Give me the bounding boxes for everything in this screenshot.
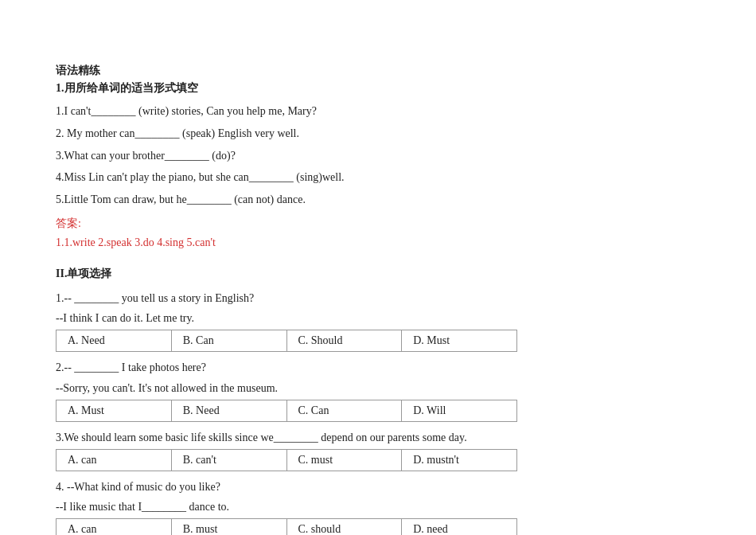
q1-text: 1.I can't________ (write) stories, Can y… — [56, 102, 700, 121]
q3-opt-d: D. mustn't — [402, 449, 517, 471]
q2-opt-c: C. Can — [286, 400, 402, 421]
q2-line1: 2.-- ________ I take photos here? — [56, 358, 700, 377]
q4-text: 4.Miss Lin can't play the piano, but she… — [56, 168, 700, 187]
answer-label: 答案: — [56, 217, 81, 229]
q4-opt-b: B. must — [171, 519, 286, 535]
q5-text: 5.Little Tom can draw, but he________ (c… — [56, 190, 700, 209]
q4-opt-d: D. need — [402, 519, 517, 535]
q4-line1: 4. --What kind of music do you like? — [56, 478, 700, 497]
q3-opt-b: B. can't — [171, 449, 286, 471]
q1-opt-c: C. Should — [286, 330, 402, 352]
q2-opt-d: D. Will — [402, 400, 517, 421]
q2-opt-a: A. Must — [57, 400, 172, 421]
q1-line2: --I think I can do it. Let me try. — [56, 309, 700, 328]
q4-opt-a: A. can — [57, 519, 172, 535]
q3-options-table: A. can B. can't C. must D. mustn't — [56, 449, 517, 471]
part1-title: 1.用所给单词的适当形式填空 — [56, 81, 700, 96]
q4-line2: --I like music that I________ dance to. — [56, 498, 700, 517]
question-3: 3.We should learn some basic life skills… — [56, 428, 700, 471]
question-2: 2.-- ________ I take photos here? --Sorr… — [56, 358, 700, 422]
part2-title: II.单项选择 — [56, 267, 700, 281]
q1-opt-a: A. Need — [57, 330, 172, 352]
answer-block: 答案: 1.1.write 2.speak 3.do 4.sing 5.can'… — [56, 214, 700, 252]
q2-text: 2. My mother can________ (speak) English… — [56, 124, 700, 143]
q2-opt-b: B. Need — [171, 400, 286, 421]
part2-block: II.单项选择 1.-- ________ you tell us a stor… — [56, 267, 700, 535]
q1-opt-d: D. Must — [402, 330, 517, 352]
q1-options-table: A. Need B. Can C. Should D. Must — [56, 330, 517, 352]
q4-options-table: A. can B. must C. should D. need — [56, 518, 517, 535]
grammar-section: 语法精练 1.用所给单词的适当形式填空 1.I can't________ (w… — [56, 64, 700, 535]
answer-content: 1.1.write 2.speak 3.do 4.sing 5.can't — [56, 236, 216, 248]
q3-text: 3.What can your brother________ (do)? — [56, 146, 700, 166]
q3-opt-c: C. must — [286, 449, 402, 471]
question-1: 1.-- ________ you tell us a story in Eng… — [56, 289, 700, 353]
part1-block: 1.用所给单词的适当形式填空 1.I can't________ (write)… — [56, 81, 700, 252]
q3-line1: 3.We should learn some basic life skills… — [56, 428, 700, 447]
q4-opt-c: C. should — [286, 519, 402, 535]
q2-line2: --Sorry, you can't. It's not allowed in … — [56, 379, 700, 398]
q2-options-table: A. Must B. Need C. Can D. Will — [56, 400, 517, 422]
q1-line1: 1.-- ________ you tell us a story in Eng… — [56, 289, 700, 308]
grammar-title: 语法精练 — [56, 64, 700, 78]
q1-opt-b: B. Can — [171, 330, 286, 352]
question-4: 4. --What kind of music do you like? --I… — [56, 478, 700, 535]
q3-opt-a: A. can — [57, 449, 172, 471]
